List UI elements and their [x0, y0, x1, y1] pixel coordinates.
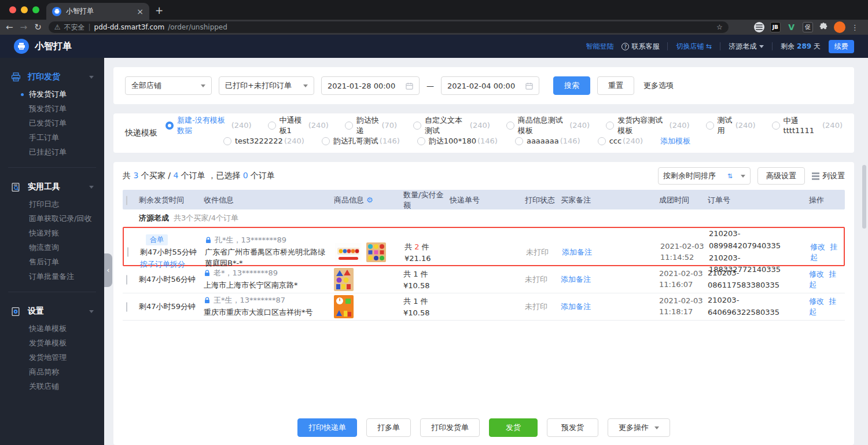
row-checkbox[interactable]	[126, 302, 127, 312]
close-window-button[interactable]	[9, 6, 16, 13]
sidebar-item-unshipped-orders[interactable]: 待发货订单	[0, 87, 104, 101]
window-controls[interactable]	[9, 6, 39, 13]
sidebar-item-manual-orders[interactable]: 手工订单	[0, 130, 104, 145]
browser-menu-icon[interactable]: ⋮	[851, 23, 859, 32]
preship-button[interactable]: 预发货	[547, 418, 598, 437]
back-icon[interactable]: ←	[6, 23, 13, 32]
reset-button[interactable]: 重置	[597, 76, 634, 95]
security-label[interactable]: 不安全	[64, 23, 85, 32]
browser-tab[interactable]: 小智打单 ×	[46, 3, 149, 20]
bookmark-star-icon[interactable]: ☆	[716, 23, 723, 31]
radio-icon[interactable]	[223, 137, 231, 145]
template-option[interactable]: 自定义文本测试(240)	[413, 115, 490, 136]
row-checkbox[interactable]	[127, 247, 128, 257]
radio-icon[interactable]	[515, 137, 523, 145]
template-option[interactable]: 发货内容测试模板(240)	[606, 115, 689, 136]
split-suborder-link[interactable]: 按子订单拆分	[140, 259, 205, 270]
sidebar-item-logistics-query[interactable]: 物流查询	[0, 240, 104, 255]
date-from-input[interactable]: 2021-01-28 00:00	[321, 76, 420, 95]
template-option[interactable]: 新建-没有模板数据(240)	[165, 115, 252, 136]
sidebar-item-invoice-template[interactable]: 发货单模板	[0, 336, 104, 350]
template-option[interactable]: 中通模板1(240)	[268, 115, 329, 136]
select-all-checkbox[interactable]	[126, 196, 127, 205]
sidebar-item-express-template[interactable]: 快递单模板	[0, 321, 104, 336]
template-option[interactable]: test3222222(240)	[223, 137, 304, 145]
shop-select[interactable]: 全部店铺	[125, 76, 212, 95]
sidebar-item-preship-orders[interactable]: 预发货订单	[0, 101, 104, 116]
template-option[interactable]: aaaaaaa(146)	[515, 137, 580, 145]
sidebar-item-waybill-records[interactable]: 面单获取记录/回收	[0, 211, 104, 226]
radio-icon[interactable]	[772, 122, 780, 130]
more-options-link[interactable]: 更多选项	[643, 80, 674, 91]
order-row-2[interactable]: 剩47小时56分钟 老*，13*******89 上海市上海市长宁区南京路* 共…	[123, 266, 845, 293]
add-remark-link[interactable]: 添加备注	[561, 302, 591, 311]
radio-icon[interactable]	[506, 122, 514, 130]
product-image[interactable]	[334, 295, 354, 318]
product-image[interactable]	[335, 243, 362, 262]
order-row-1[interactable]: 合单 剩47小时55分钟 按子订单拆分 孔*生，13*******89 广东省广…	[123, 227, 845, 266]
column-settings-button[interactable]: 列设置	[812, 171, 845, 181]
sidebar-group-print-ship[interactable]: 打印发货	[0, 67, 104, 87]
tab-close-icon[interactable]: ×	[137, 7, 144, 16]
sidebar-item-aftersale-orders[interactable]: 售后订单	[0, 255, 104, 269]
sidebar-group-tools[interactable]: 实用工具	[0, 177, 104, 197]
date-to-input[interactable]: 2021-02-04 00:00	[441, 76, 539, 95]
template-option[interactable]: 商品信息测试模板(240)	[506, 115, 590, 136]
address-bar[interactable]: ⚠ 不安全 | pdd-dd.smart3f.com/order/unshipp…	[49, 21, 729, 33]
add-remark-link[interactable]: 添加备注	[561, 275, 591, 284]
template-option[interactable]: 韵达孔哥测试(146)	[322, 136, 400, 146]
add-template-link[interactable]: 添加模板	[660, 136, 690, 146]
sidebar-item-held-orders[interactable]: 已挂起订单	[0, 145, 104, 159]
product-image[interactable]	[334, 268, 354, 291]
sidebar-collapse-handle[interactable]: ‹	[104, 253, 112, 287]
gear-icon[interactable]: ⚙	[366, 196, 373, 204]
edit-order-link[interactable]: 修改	[809, 270, 824, 278]
advanced-settings-button[interactable]: 高级设置	[757, 167, 805, 185]
sort-select[interactable]: 按剩余时间排序 ⇅	[658, 167, 751, 185]
template-option[interactable]: ccc(240)	[598, 137, 643, 145]
print-multi-button[interactable]: 打多单	[366, 418, 411, 437]
sidebar-group-settings[interactable]: 设置	[0, 301, 104, 321]
current-shop-dropdown[interactable]: 济源老成	[729, 42, 764, 52]
template-option[interactable]: 韵达100*180(146)	[417, 136, 498, 146]
add-remark-link[interactable]: 添加备注	[562, 248, 592, 256]
profile-avatar[interactable]	[834, 21, 845, 33]
fullscreen-window-button[interactable]	[32, 6, 39, 13]
more-actions-button[interactable]: 更多操作	[608, 418, 670, 437]
edit-order-link[interactable]: 修改	[810, 242, 825, 251]
jetbrains-extension-icon[interactable]: JB	[770, 22, 781, 32]
edit-order-link[interactable]: 修改	[809, 297, 824, 306]
product-image[interactable]	[366, 242, 386, 262]
list-extension-icon[interactable]	[754, 22, 764, 32]
reload-icon[interactable]: ↻	[34, 23, 42, 32]
sidebar-item-linked-shops[interactable]: 关联店铺	[0, 379, 104, 393]
minimize-window-button[interactable]	[21, 6, 28, 13]
order-row-3[interactable]: 剩47小时59分钟 王*生，13*******87 重庆市重庆市大渡口区吉祥街*…	[123, 293, 845, 321]
extensions-puzzle-icon[interactable]	[819, 23, 828, 32]
template-option[interactable]: 韵达快递(70)	[345, 115, 397, 136]
forward-icon[interactable]: →	[20, 23, 28, 32]
template-option[interactable]: 测试用(240)	[706, 115, 756, 136]
sidebar-item-product-abbr[interactable]: 商品简称	[0, 365, 104, 379]
sidebar-item-shipped-orders[interactable]: 已发货订单	[0, 116, 104, 130]
sidebar-item-express-reconcile[interactable]: 快递对账	[0, 226, 104, 240]
radio-icon[interactable]	[322, 137, 330, 145]
radio-icon[interactable]	[417, 137, 425, 145]
row-checkbox[interactable]	[126, 275, 127, 285]
radio-icon[interactable]	[606, 122, 614, 130]
radio-icon[interactable]	[268, 122, 276, 130]
print-express-button[interactable]: 打印快递单	[297, 418, 357, 437]
radio-icon[interactable]	[413, 122, 421, 130]
print-invoice-button[interactable]: 打印发货单	[420, 418, 480, 437]
sidebar-item-batch-remark[interactable]: 订单批量备注	[0, 269, 104, 284]
vue-devtools-icon[interactable]: V	[786, 22, 797, 32]
template-option[interactable]: 中通tttt1111(240)	[772, 116, 843, 135]
cu-extension-icon[interactable]: 促	[803, 22, 813, 32]
radio-icon[interactable]	[598, 137, 606, 145]
switch-shop-link[interactable]: 切换店铺 ⇆	[676, 42, 712, 52]
grid-extension-icon[interactable]	[738, 22, 748, 32]
smart-login-link[interactable]: 智能登陆	[586, 42, 613, 52]
renew-button[interactable]: 续费	[829, 40, 854, 53]
radio-icon[interactable]	[706, 122, 714, 130]
vertical-scrollbar[interactable]	[862, 165, 866, 229]
